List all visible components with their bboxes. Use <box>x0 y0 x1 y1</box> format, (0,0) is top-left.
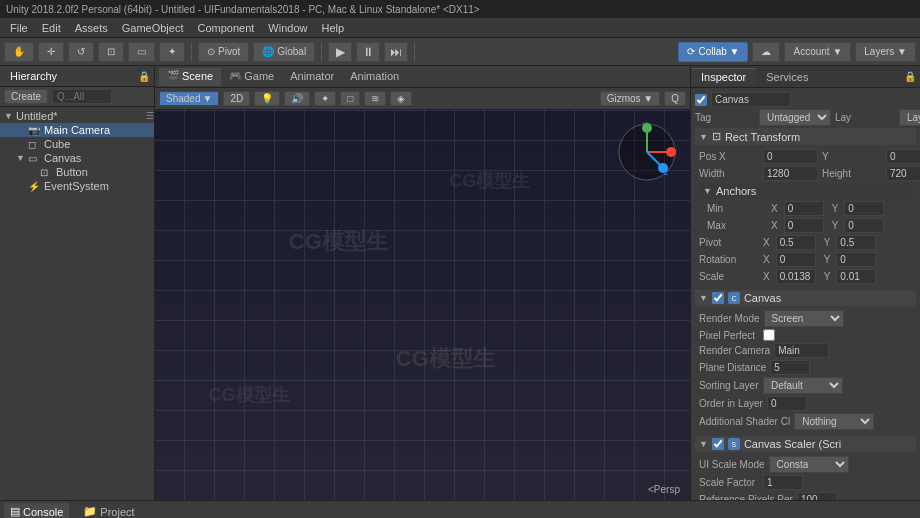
hierarchy-tab[interactable]: Hierarchy <box>4 68 63 84</box>
anchors-section[interactable]: ▼ Anchors <box>699 183 912 199</box>
layers-button[interactable]: Layers ▼ <box>855 42 916 62</box>
sorting-layer-dropdown[interactable]: Default <box>763 377 843 394</box>
canvas-scaler-checkbox[interactable] <box>712 438 724 450</box>
plane-distance-row: Plane Distance <box>699 360 912 375</box>
scene-view[interactable]: CG模型生 CG模型生 CG模型生 CG模型生 Y X Z <P <box>155 110 690 500</box>
canvas-active-checkbox[interactable] <box>695 94 707 106</box>
multi-tool-button[interactable]: ✦ <box>159 42 185 62</box>
tree-item-untitled[interactable]: ▼ Untitled* ☰ <box>0 109 154 123</box>
tab-game[interactable]: 🎮 Game <box>221 68 282 86</box>
pivy-field[interactable] <box>836 235 876 250</box>
layer-dropdown[interactable]: Layer <box>899 109 920 126</box>
scale-label: Scale <box>699 271 759 282</box>
hand-tool-button[interactable]: ✋ <box>4 42 34 62</box>
scalex-field[interactable] <box>776 269 816 284</box>
inspector-lock-icon[interactable]: 🔒 <box>904 71 920 82</box>
width-field[interactable] <box>763 166 818 181</box>
tab-animator[interactable]: Animator <box>282 68 342 86</box>
rotx-field[interactable] <box>776 252 816 267</box>
plane-distance-field[interactable] <box>770 360 810 375</box>
2d-button[interactable]: 2D <box>223 91 250 106</box>
roty-field[interactable] <box>836 252 876 267</box>
label-button: Button <box>56 166 88 178</box>
maxx-field[interactable] <box>784 218 824 233</box>
maxy-field[interactable] <box>844 218 884 233</box>
scene-search-button[interactable]: Q <box>664 91 686 106</box>
tree-item-button[interactable]: ⊡ Button <box>0 165 154 179</box>
account-button[interactable]: Account ▼ <box>784 42 851 62</box>
tab-inspector[interactable]: Inspector <box>691 68 756 85</box>
canvas-scaler-section[interactable]: ▼ S Canvas Scaler (Scri <box>695 436 916 452</box>
scaley-field[interactable] <box>836 269 876 284</box>
tree-item-canvas[interactable]: ▼ ▭ Canvas <box>0 151 154 165</box>
reference-pixels-field[interactable] <box>797 492 837 500</box>
lights-button[interactable]: 💡 <box>254 91 280 106</box>
scale-tool-button[interactable]: ⊡ <box>98 42 124 62</box>
play-button[interactable]: ▶ <box>328 42 352 62</box>
global-button[interactable]: 🌐 Global <box>253 42 315 62</box>
menu-component[interactable]: Component <box>191 20 260 36</box>
fog-button[interactable]: ≋ <box>364 91 386 106</box>
effects-button[interactable]: ✦ <box>314 91 336 106</box>
scale-factor-label: Scale Factor <box>699 477 759 488</box>
canvas-comp-checkbox[interactable] <box>712 292 724 304</box>
menu-gameobject[interactable]: GameObject <box>116 20 190 36</box>
pixel-perfect-checkbox[interactable] <box>763 329 775 341</box>
pivx-field[interactable] <box>776 235 816 250</box>
menu-window[interactable]: Window <box>262 20 313 36</box>
hierarchy-search[interactable] <box>52 89 112 104</box>
menu-help[interactable]: Help <box>315 20 350 36</box>
anchor-max-row: Max X Y <box>707 218 912 233</box>
game-tab-icon: 🎮 <box>229 70 241 81</box>
bottom-tab-project[interactable]: 📁 Project <box>77 503 140 518</box>
move-tool-button[interactable]: ✛ <box>38 42 64 62</box>
menu-assets[interactable]: Assets <box>69 20 114 36</box>
lock-icon[interactable]: 🔒 <box>138 71 150 82</box>
ui-scale-mode-dropdown[interactable]: Consta <box>769 456 849 473</box>
tree-item-main-camera[interactable]: 📷 Main Camera <box>0 123 154 137</box>
menu-edit[interactable]: Edit <box>36 20 67 36</box>
tree-item-eventsystem[interactable]: ⚡ EventSystem <box>0 179 154 193</box>
render-mode-dropdown[interactable]: Screen <box>764 310 844 327</box>
audio-button[interactable]: 🔊 <box>284 91 310 106</box>
step-button[interactable]: ⏭ <box>384 42 408 62</box>
gizmos-button[interactable]: Gizmos ▼ <box>600 91 661 106</box>
minx-field[interactable] <box>784 201 824 216</box>
scaler-arrow: ▼ <box>699 439 708 449</box>
render-camera-field[interactable] <box>774 343 829 358</box>
pivot-button[interactable]: ⊙ Pivot <box>198 42 249 62</box>
label-eventsystem: EventSystem <box>44 180 109 192</box>
tag-dropdown[interactable]: Untagged <box>759 109 831 126</box>
scale-factor-field[interactable] <box>763 475 803 490</box>
skybox-button[interactable]: □ <box>340 91 360 106</box>
canvas-section[interactable]: ▼ C Canvas <box>695 290 916 306</box>
collab-button[interactable]: ⟳ Collab ▼ <box>678 42 748 62</box>
render-camera-label: Render Camera <box>699 345 770 356</box>
rotate-tool-button[interactable]: ↺ <box>68 42 94 62</box>
rect-transform-section[interactable]: ▼ ⊡ Rect Transform <box>695 128 916 145</box>
canvas-name-input[interactable] <box>711 92 916 107</box>
pause-button[interactable]: ⏸ <box>356 42 380 62</box>
rect-tool-button[interactable]: ▭ <box>128 42 155 62</box>
order-layer-field[interactable] <box>767 396 807 411</box>
tab-scene[interactable]: 🎬 Scene <box>159 68 221 86</box>
tree-item-cube[interactable]: ◻ Cube <box>0 137 154 151</box>
menu-file[interactable]: File <box>4 20 34 36</box>
anchors-title: Anchors <box>716 185 756 197</box>
posy-field[interactable] <box>886 149 920 164</box>
tab-animation[interactable]: Animation <box>342 68 407 86</box>
posx-field[interactable] <box>763 149 818 164</box>
canvas-comp-icon: C <box>728 292 740 304</box>
create-button[interactable]: Create <box>4 89 48 104</box>
tab-services[interactable]: Services <box>756 69 818 85</box>
cloud-button[interactable]: ☁ <box>752 42 780 62</box>
height-field[interactable] <box>886 166 920 181</box>
bottom-tab-console[interactable]: ▤ Console <box>4 503 69 518</box>
flares-button[interactable]: ◈ <box>390 91 412 106</box>
canvas-name-field[interactable] <box>711 92 791 107</box>
miny-field[interactable] <box>844 201 884 216</box>
pos-row: Pos X Y <box>699 149 912 164</box>
shaded-button[interactable]: Shaded ▼ <box>159 91 219 106</box>
cube-icon: ◻ <box>28 139 42 150</box>
additional-shader-dropdown[interactable]: Nothing <box>794 413 874 430</box>
